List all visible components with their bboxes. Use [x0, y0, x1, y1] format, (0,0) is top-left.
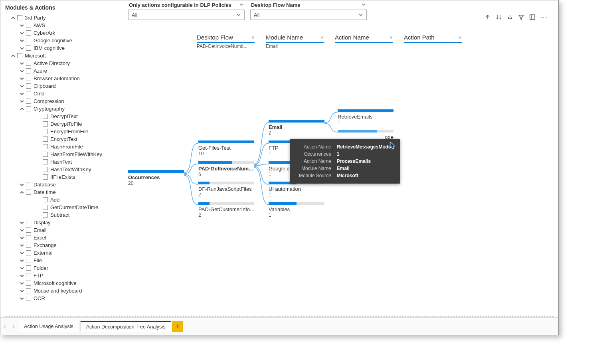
- node-occurrences-root[interactable]: Occurrences 20: [128, 170, 184, 186]
- checkbox[interactable]: [43, 174, 48, 180]
- checkbox[interactable]: [43, 205, 48, 210]
- drill-up-icon[interactable]: [484, 14, 491, 22]
- header-action-name[interactable]: Action Name ×: [335, 34, 393, 43]
- checkbox[interactable]: [26, 273, 31, 278]
- tree-item[interactable]: Clipboard: [2, 82, 120, 90]
- tree-item[interactable]: FTP: [2, 272, 120, 279]
- checkbox[interactable]: [26, 99, 31, 104]
- checkbox[interactable]: [26, 250, 31, 255]
- node-module[interactable]: UI automation 1: [269, 182, 324, 198]
- checkbox[interactable]: [43, 167, 48, 172]
- decomposition-canvas[interactable]: Occurrences 20 Get-Files-Test 10 PAD-Get…: [120, 56, 558, 317]
- tree-item[interactable]: Display: [2, 219, 120, 226]
- node-flow-selected[interactable]: PAD-GetInvoiceNum... 6: [198, 161, 254, 177]
- tree-item[interactable]: IfFileExists: [2, 173, 120, 181]
- checkbox[interactable]: [43, 152, 48, 157]
- checkbox[interactable]: [43, 114, 48, 119]
- chevron-up-icon[interactable]: [10, 15, 16, 21]
- tree-item[interactable]: IBM cognitive: [2, 44, 120, 52]
- checkbox[interactable]: [26, 288, 31, 293]
- chevron-down-icon[interactable]: [19, 242, 25, 249]
- chevron-down-icon[interactable]: [19, 227, 25, 233]
- tab-scroll-left[interactable]: [0, 321, 9, 332]
- checkbox[interactable]: [26, 30, 31, 36]
- node-module-selected[interactable]: Email 2: [269, 120, 324, 136]
- checkbox[interactable]: [26, 76, 31, 81]
- tree-item[interactable]: File: [2, 257, 120, 264]
- checkbox[interactable]: [26, 91, 31, 96]
- tree-item[interactable]: OCR: [2, 295, 120, 302]
- tree-item[interactable]: Cryptography: [2, 105, 120, 113]
- header-desktop-flow[interactable]: Desktop Flow ×: [197, 34, 255, 43]
- tree-item[interactable]: DecryptToFile: [2, 120, 120, 128]
- tree-item[interactable]: Google cognitive: [2, 37, 120, 44]
- close-icon[interactable]: ×: [251, 34, 255, 41]
- tree-item[interactable]: 3rd Party: [2, 14, 120, 22]
- tree-item[interactable]: GetCurrentDateTime: [2, 204, 120, 211]
- tree-item[interactable]: AWS: [2, 22, 120, 29]
- checkbox[interactable]: [26, 281, 31, 286]
- chevron-down-icon[interactable]: [19, 235, 25, 241]
- chevron-down-icon[interactable]: [19, 280, 25, 287]
- node-action[interactable]: RetrieveEmails 1: [338, 109, 393, 125]
- chevron-down-icon[interactable]: [239, 2, 244, 8]
- tree-item[interactable]: Microsoft cognitive: [2, 279, 120, 287]
- tree-item[interactable]: HashFromFileWithKey: [2, 150, 120, 158]
- tree-item[interactable]: Compression: [2, 97, 120, 105]
- tree-item[interactable]: Subtract: [2, 211, 120, 219]
- checkbox[interactable]: [43, 136, 48, 142]
- checkbox[interactable]: [43, 144, 48, 149]
- header-module-name[interactable]: Module Name ×: [266, 34, 324, 43]
- tree-item[interactable]: HashFromFile: [2, 143, 120, 150]
- checkbox[interactable]: [43, 129, 48, 134]
- checkbox[interactable]: [26, 265, 31, 271]
- checkbox[interactable]: [26, 61, 31, 66]
- filter-icon[interactable]: [518, 14, 524, 22]
- tree-item[interactable]: Exchange: [2, 241, 120, 249]
- checkbox[interactable]: [26, 296, 31, 301]
- chevron-down-icon[interactable]: [361, 2, 366, 8]
- tree-item[interactable]: Azure: [2, 67, 120, 75]
- checkbox[interactable]: [26, 106, 31, 111]
- tree-item[interactable]: HashText: [2, 158, 120, 166]
- checkbox[interactable]: [43, 159, 48, 164]
- chevron-up-icon[interactable]: [19, 106, 25, 112]
- tree-item[interactable]: CyberArk: [2, 29, 120, 37]
- checkbox[interactable]: [17, 15, 22, 20]
- checkbox[interactable]: [26, 235, 31, 240]
- chevron-up-icon[interactable]: [19, 189, 25, 196]
- checkbox[interactable]: [26, 190, 31, 195]
- checkbox[interactable]: [17, 53, 22, 58]
- chevron-down-icon[interactable]: [19, 220, 25, 226]
- node-flow[interactable]: Get-Files-Test 10: [198, 140, 254, 156]
- tree-item[interactable]: EncryptText: [2, 135, 120, 143]
- chevron-down-icon[interactable]: [19, 91, 25, 97]
- tree-item[interactable]: HashTextWithKey: [2, 166, 120, 173]
- tree-item[interactable]: Add: [2, 196, 120, 204]
- chevron-down-icon[interactable]: [19, 75, 25, 82]
- header-action-path[interactable]: Action Path ×: [404, 34, 462, 43]
- tree-item[interactable]: External: [2, 249, 120, 257]
- tree-item[interactable]: Active Directory: [2, 59, 120, 67]
- tab-action-usage[interactable]: Action Usage Analysis: [18, 321, 79, 332]
- filter-flow-select[interactable]: All: [250, 10, 367, 20]
- close-icon[interactable]: ×: [320, 34, 324, 41]
- tab-add-button[interactable]: +: [172, 321, 183, 332]
- chevron-down-icon[interactable]: [19, 182, 25, 188]
- node-flow[interactable]: PAD-GetCustomerInfo... 2: [198, 202, 254, 218]
- chevron-down-icon[interactable]: [19, 98, 25, 105]
- chevron-down-icon[interactable]: [19, 68, 25, 74]
- chevron-down-icon[interactable]: [19, 38, 25, 44]
- checkbox[interactable]: [26, 83, 31, 89]
- tree-item[interactable]: Browser automation: [2, 75, 120, 82]
- tree-item[interactable]: DecryptText: [2, 113, 120, 120]
- checkbox[interactable]: [26, 38, 31, 43]
- chevron-down-icon[interactable]: [19, 273, 25, 279]
- checkbox[interactable]: [26, 258, 31, 263]
- node-module[interactable]: Variables 1: [269, 202, 324, 218]
- close-icon[interactable]: ×: [459, 34, 462, 41]
- tree-item[interactable]: Folder: [2, 264, 120, 272]
- checkbox[interactable]: [43, 121, 48, 127]
- checkbox[interactable]: [26, 46, 31, 51]
- focus-mode-icon[interactable]: [529, 14, 536, 22]
